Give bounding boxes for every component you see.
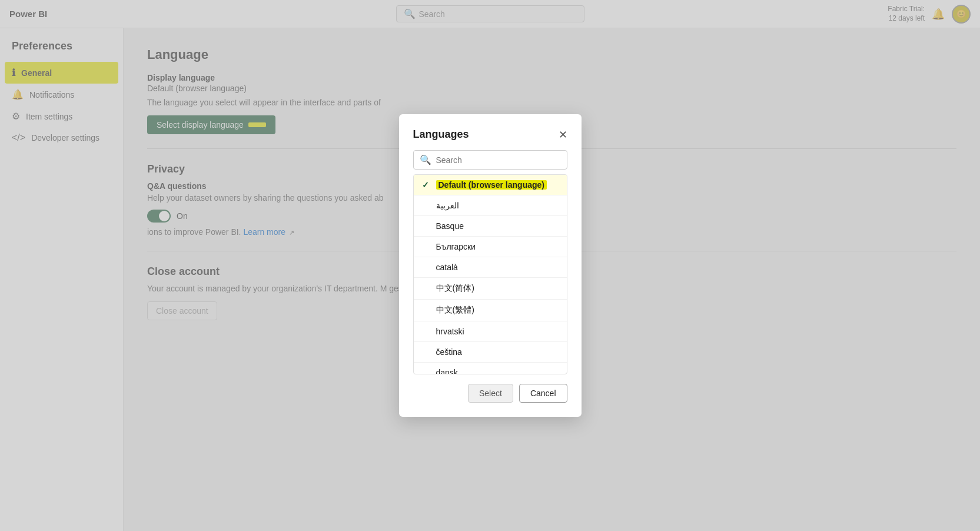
language-item[interactable]: Български bbox=[414, 237, 567, 257]
checkmark-icon: ✓ bbox=[422, 180, 431, 190]
language-item[interactable]: 中文(简体) bbox=[414, 278, 567, 300]
language-label: 中文(繁體) bbox=[436, 305, 474, 316]
modal-footer: Select Cancel bbox=[413, 384, 567, 403]
language-label: dansk bbox=[436, 368, 458, 374]
language-label: Български bbox=[436, 242, 476, 251]
language-item[interactable]: català bbox=[414, 257, 567, 278]
modal-title: Languages bbox=[413, 128, 469, 141]
language-label: hrvatski bbox=[436, 327, 464, 336]
language-label: 中文(简体) bbox=[436, 283, 474, 294]
language-label: Basque bbox=[436, 221, 464, 231]
language-item[interactable]: 中文(繁體) bbox=[414, 300, 567, 321]
language-item[interactable]: العربية bbox=[414, 195, 567, 216]
select-button[interactable]: Select bbox=[468, 384, 513, 403]
language-label: Default (browser language) bbox=[436, 180, 547, 190]
modal-header: Languages ✕ bbox=[413, 128, 567, 141]
cancel-button[interactable]: Cancel bbox=[519, 384, 567, 403]
search-icon: 🔍 bbox=[420, 154, 431, 165]
language-item[interactable]: ✓Default (browser language) bbox=[414, 175, 567, 195]
modal-close-button[interactable]: ✕ bbox=[559, 130, 567, 140]
language-label: čeština bbox=[436, 347, 462, 357]
languages-modal: Languages ✕ 🔍 ✓Default (browser language… bbox=[399, 114, 582, 417]
language-item[interactable]: hrvatski bbox=[414, 321, 567, 342]
modal-search-box[interactable]: 🔍 bbox=[413, 150, 567, 170]
language-list: ✓Default (browser language)العربيةBasque… bbox=[413, 174, 567, 374]
language-item[interactable]: Basque bbox=[414, 216, 567, 237]
language-item[interactable]: dansk bbox=[414, 363, 567, 374]
language-label: català bbox=[436, 263, 458, 272]
language-label: العربية bbox=[436, 201, 459, 210]
language-search-input[interactable] bbox=[436, 155, 561, 165]
language-item[interactable]: čeština bbox=[414, 342, 567, 363]
